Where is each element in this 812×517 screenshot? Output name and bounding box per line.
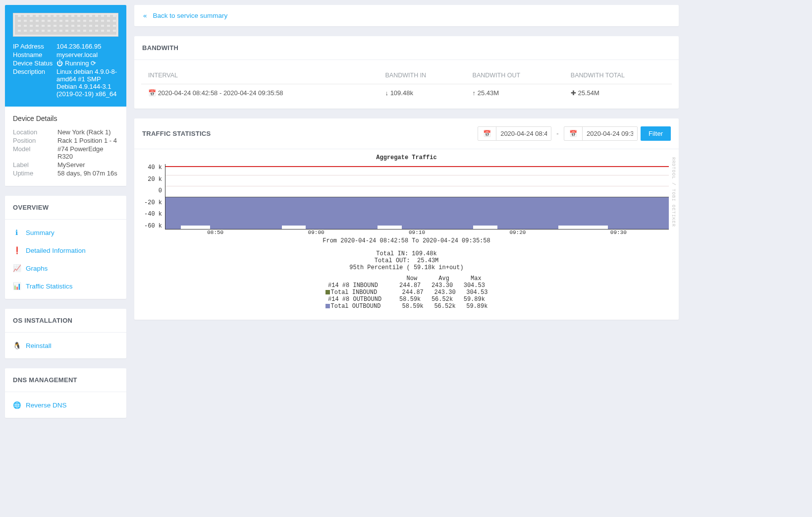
- traffic-title: TRAFFIC STATISTICS: [142, 130, 211, 137]
- dns-panel: DNS MANAGEMENT 🌐Reverse DNS: [5, 368, 126, 418]
- desc-label: Description: [13, 68, 56, 98]
- desc-value: Linux debian 4.9.0-8-amd64 #1 SMP Debian…: [56, 68, 118, 98]
- server-image: [13, 13, 118, 37]
- overview-panel: OVERVIEW ℹSummary ❗Detailed Information …: [5, 196, 126, 299]
- dns-title: DNS MANAGEMENT: [5, 368, 126, 392]
- chart-legend: Now Avg Max #14 #8 INBOUND 244.87 243.30…: [144, 275, 669, 310]
- os-panel: OS INSTALLATION 🐧Reinstall: [5, 309, 126, 358]
- to-input[interactable]: [583, 127, 637, 140]
- nav-graphs[interactable]: 📈Graphs: [5, 259, 126, 277]
- host-label: Hostname: [13, 51, 56, 58]
- x-axis: 08:50 09:00 09:10 09:20 09:30: [144, 230, 669, 235]
- ip-label: IP Address: [13, 43, 56, 50]
- chart-title: Aggregate Traffic: [144, 154, 669, 161]
- chart-caption: From 2020-04-24 08:42:58 To 2020-04-24 0…: [144, 237, 669, 244]
- chart-line-icon: 📊: [13, 282, 20, 290]
- device-details: Device Details LocationNew York (Rack 1)…: [5, 107, 126, 186]
- threshold-line: [165, 166, 669, 167]
- date-controls: 📅 - 📅 Filter: [478, 126, 671, 141]
- calendar-icon: 📅: [148, 89, 156, 97]
- details-title: Device Details: [13, 115, 118, 122]
- server-card: IP Address104.236.166.95 Hostnamemyserve…: [5, 5, 126, 186]
- nav-reverse-dns[interactable]: 🌐Reverse DNS: [5, 396, 126, 414]
- dash: -: [554, 130, 561, 137]
- chart-totals: Total IN: 109.48k Total OUT: 25.43M 95th…: [144, 250, 669, 271]
- back-link[interactable]: « Back to service summary: [134, 5, 679, 26]
- to-input-group[interactable]: 📅: [564, 126, 638, 141]
- calendar-icon: 📅: [564, 127, 583, 140]
- nav-reinstall[interactable]: 🐧Reinstall: [5, 337, 126, 354]
- traffic-chart: RRDTOOL / TOBI OETIKER Aggregate Traffic…: [134, 149, 679, 320]
- from-input-group[interactable]: 📅: [478, 126, 551, 141]
- alert-icon: ❗: [13, 246, 20, 254]
- arrow-down-icon: ↓: [385, 89, 389, 97]
- chevron-left-icon: «: [143, 12, 147, 19]
- nav-traffic[interactable]: 📊Traffic Statistics: [5, 277, 126, 295]
- globe-icon: 🌐: [13, 401, 20, 409]
- rrdtool-label: RRDTOOL / TOBI OETIKER: [671, 157, 676, 227]
- y-axis: 40 k 20 k 0 -20 k -40 k -60 k: [144, 164, 165, 230]
- filter-button[interactable]: Filter: [641, 126, 671, 141]
- overview-title: OVERVIEW: [5, 196, 126, 220]
- from-input[interactable]: [496, 127, 551, 140]
- bandwidth-title: BANDWITH: [134, 36, 679, 60]
- plus-icon: ✚: [571, 89, 576, 97]
- info-icon: ℹ: [13, 229, 20, 236]
- os-title: OS INSTALLATION: [5, 309, 126, 333]
- arrow-up-icon: ↑: [473, 89, 476, 97]
- status-value: ⏻ Running ⟳: [56, 59, 118, 67]
- power-icon: ⏻: [56, 59, 63, 67]
- bandwidth-table: INTERVAL BANDWITH IN BANDWITH OUT BANDWI…: [141, 67, 672, 102]
- ip-value: 104.236.166.95: [56, 43, 118, 50]
- nav-summary[interactable]: ℹSummary: [5, 224, 126, 241]
- back-card: « Back to service summary: [134, 5, 679, 26]
- outbound-area: [165, 197, 669, 230]
- bandwidth-card: BANDWITH INTERVAL BANDWITH IN BANDWITH O…: [134, 36, 679, 109]
- server-header: IP Address104.236.166.95 Hostnamemyserve…: [5, 5, 126, 107]
- nav-detailed[interactable]: ❗Detailed Information: [5, 241, 126, 259]
- status-label: Device Status: [13, 59, 56, 67]
- chart-plot: [165, 164, 669, 230]
- linux-icon: 🐧: [13, 342, 20, 349]
- host-value: myserver.local: [56, 51, 118, 58]
- refresh-icon[interactable]: ⟳: [91, 59, 96, 67]
- calendar-icon: 📅: [478, 127, 496, 140]
- traffic-card: TRAFFIC STATISTICS 📅 - 📅 Filter RRDTOOL …: [134, 118, 679, 320]
- chart-area-icon: 📈: [13, 264, 20, 272]
- table-row: 📅 2020-04-24 08:42:58 - 2020-04-24 09:35…: [141, 84, 672, 102]
